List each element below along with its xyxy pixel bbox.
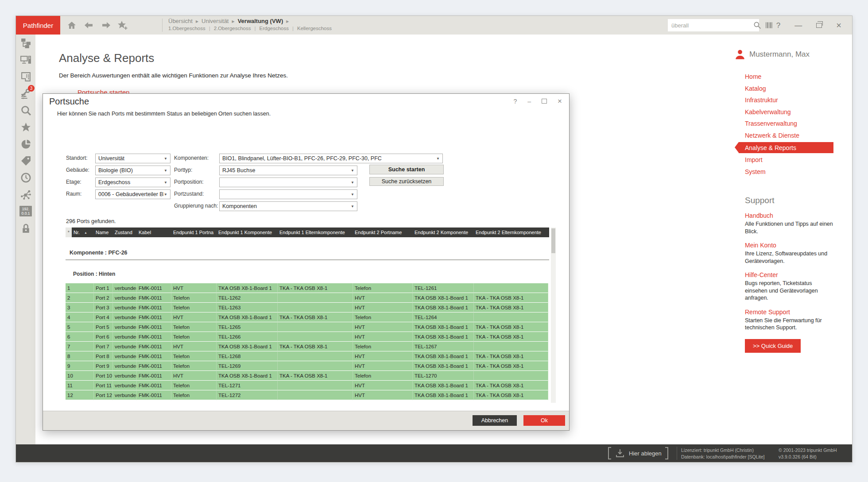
column-header[interactable]: Endpunkt 2 Komponente — [413, 228, 474, 237]
sidebar-item-kabelverwaltung[interactable]: Kabelverwaltung — [745, 106, 852, 118]
group-header[interactable]: Komponente : PFC-26 — [70, 250, 128, 256]
workstation-icon[interactable] — [16, 51, 35, 68]
table-cell: HVT — [353, 322, 413, 332]
column-header[interactable]: Kabel — [137, 228, 171, 237]
table-cell: FMK-0011 — [137, 381, 171, 390]
breadcrumb-current[interactable]: Verwaltung (VW) — [238, 18, 283, 24]
table-row[interactable]: 9Port 9verbundenFMK-0011TelefonTEL-1269H… — [66, 361, 549, 371]
chevron-right-icon: ▶ — [196, 19, 198, 23]
table-cell: verbunden — [113, 312, 137, 322]
support-link-title[interactable]: Remote Support — [745, 308, 841, 316]
table-row[interactable]: 10Port 10verbundenFMK-0011HVTTKA OSB X8-… — [66, 371, 549, 381]
history-clock-icon[interactable] — [16, 169, 35, 186]
dialog-close-icon[interactable]: × — [558, 97, 562, 105]
column-header[interactable]: Name — [94, 228, 113, 237]
table-row[interactable]: 2Port 2verbundenFMK-0011TelefonTEL-1262H… — [66, 293, 549, 303]
sidebar-item-katalog[interactable]: Katalog — [745, 83, 852, 95]
tag-icon[interactable] — [16, 152, 35, 169]
floor-link[interactable]: Kellergeschoss — [289, 26, 332, 31]
table-row[interactable]: 5Port 5verbundenFMK-0011TelefonTEL-1265H… — [66, 322, 549, 332]
portzustand-select[interactable]: ▼ — [219, 189, 357, 199]
app-logo[interactable]: Pathfinder — [16, 16, 60, 35]
support-link-title[interactable]: Handbuch — [745, 212, 841, 219]
table-row[interactable]: 7Port 7verbundenFMK-0011HVTTKA OSB X8-1-… — [66, 342, 549, 351]
tools-icon[interactable]: 3 — [16, 85, 35, 102]
gruppierung-select[interactable]: Komponenten▼ — [219, 201, 357, 211]
table-cell: TEL-1266 — [217, 332, 278, 342]
column-chooser-icon[interactable]: * — [66, 228, 72, 237]
topology-icon[interactable] — [16, 35, 35, 51]
table-row[interactable]: 11Port 11verbundenFMK-0011TelefonTEL-127… — [66, 381, 549, 390]
porttyp-select[interactable]: RJ45 Buchse▼ — [219, 166, 357, 175]
floorplan-icon[interactable] — [16, 68, 35, 85]
column-header[interactable]: Endpunkt 1 Portna — [171, 228, 217, 237]
table-cell — [278, 361, 353, 371]
table-row[interactable]: 4Port 4verbundenFMK-0011HVTTKA OSB X8-1-… — [66, 312, 549, 322]
forward-arrow-icon[interactable] — [100, 20, 112, 31]
floor-link[interactable]: 2.Obergeschoss — [205, 26, 251, 31]
komponenten-select[interactable]: BIO1, Blindpanel, Lüfter-BIO-B1, PFC-26,… — [219, 154, 443, 163]
table-row[interactable]: 1Port 1verbundenFMK-0011HVTTKA OSB X8-1-… — [66, 283, 549, 293]
minimize-icon[interactable]: — — [794, 22, 802, 29]
column-header[interactable]: Endpunkt 2 Elternkomponente — [474, 228, 548, 237]
table-cell: 12 — [66, 390, 94, 400]
home-icon[interactable] — [66, 20, 78, 31]
search-icon[interactable] — [753, 21, 762, 30]
ip-address-icon[interactable]: 192.0.0.1 — [16, 203, 35, 220]
favorites-star-icon[interactable] — [16, 119, 35, 135]
table-scrollbar[interactable] — [551, 228, 556, 403]
sidebar-item-infrastruktur[interactable]: Infrastruktur — [745, 94, 852, 106]
portposition-select[interactable]: ▼ — [219, 177, 357, 187]
column-header[interactable]: Endpunkt 2 Portname — [353, 228, 413, 237]
table-cell: TKA - TKA OSB X8-1 — [474, 322, 548, 332]
quick-guide-button[interactable]: >> Quick Guide — [745, 339, 801, 353]
breadcrumb-item[interactable]: Übersicht — [168, 18, 193, 24]
barcode-scan-icon[interactable] — [764, 21, 774, 30]
close-icon[interactable]: × — [836, 21, 841, 30]
suche-starten-button[interactable]: Suche starten — [369, 165, 444, 174]
support-link: HandbuchAlle Funktionen und Tipps auf ei… — [745, 212, 841, 235]
dialog-maximize-icon[interactable] — [542, 99, 547, 104]
support-link-title[interactable]: Hilfe-Center — [745, 271, 841, 278]
restore-window-icon[interactable] — [816, 23, 822, 28]
table-row[interactable]: 12Port 12verbundenFMK-0011TelefonTEL-127… — [66, 390, 549, 400]
piechart-icon[interactable] — [16, 135, 35, 152]
dialog-minimize-icon[interactable]: – — [527, 98, 531, 104]
user-name[interactable]: Mustermann, Max — [749, 50, 810, 59]
sidebar-item-trassenverwaltung[interactable]: Trassenverwaltung — [745, 118, 852, 130]
ok-button[interactable]: Ok — [523, 415, 565, 426]
sidebar-item-analyse-reports[interactable]: Analyse & Reports — [739, 142, 833, 153]
sidebar-item-system[interactable]: System — [745, 166, 852, 178]
abbrechen-button[interactable]: Abbrechen — [473, 415, 517, 426]
gruppierung-label: Gruppierung nach: — [174, 203, 218, 209]
suche-zuruecksetzen-button[interactable]: Suche zurücksetzen — [369, 177, 444, 186]
sidebar-item-import[interactable]: Import — [745, 154, 852, 166]
lock-icon[interactable] — [16, 220, 35, 236]
table-row[interactable]: 8Port 8verbundenFMK-0011TelefonTEL-1268H… — [66, 351, 549, 361]
scrollbar-thumb[interactable] — [551, 228, 555, 253]
floor-link[interactable]: 1.Obergeschoss — [168, 26, 205, 31]
table-row[interactable]: 3Port 3verbundenFMK-0011TelefonTEL-1263H… — [66, 303, 549, 312]
table-cell — [278, 322, 353, 332]
sidebar-item-netzwerk-dienste[interactable]: Netzwerk & Dienste — [745, 130, 852, 142]
column-header[interactable]: Zustand — [113, 228, 137, 237]
sidebar-item-home[interactable]: Home — [745, 71, 852, 83]
back-arrow-icon[interactable] — [82, 20, 95, 31]
column-header[interactable]: Endpunkt 1 Komponente — [217, 228, 278, 237]
table-cell: HVT — [171, 371, 217, 381]
subgroup-header[interactable]: Position : Hinten — [73, 271, 115, 277]
dialog-help-icon[interactable]: ? — [513, 98, 517, 104]
column-header[interactable]: Nr.▲ — [72, 228, 94, 237]
search-input[interactable] — [668, 22, 753, 29]
floor-link[interactable]: Erdgeschoss — [251, 26, 289, 31]
column-header-label: Zustand — [115, 230, 132, 235]
table-row[interactable]: 6Port 6verbundenFMK-0011TelefonTEL-1266H… — [66, 332, 549, 342]
add-favorite-star-icon[interactable] — [116, 20, 128, 31]
drop-zone[interactable]: Hier ablegen — [608, 444, 668, 462]
column-header[interactable]: Endpunkt 1 Elternkomponente — [278, 228, 353, 237]
network-icon[interactable] — [16, 186, 35, 203]
search-icon[interactable] — [16, 102, 35, 119]
breadcrumb-item[interactable]: Universität — [202, 18, 229, 24]
support-link-title[interactable]: Mein Konto — [745, 242, 841, 249]
help-icon[interactable]: ? — [776, 22, 780, 29]
